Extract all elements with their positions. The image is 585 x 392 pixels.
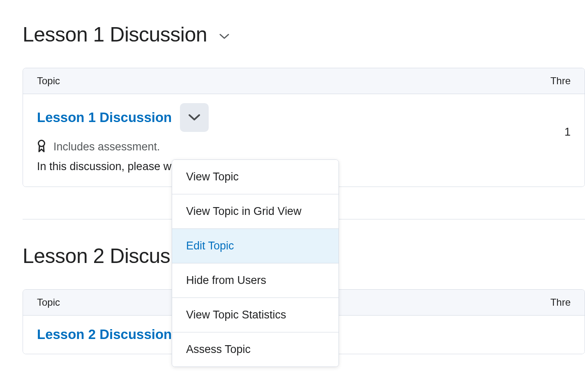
- topic-dropdown-menu: View Topic View Topic in Grid View Edit …: [172, 159, 339, 367]
- menu-item-view-topic[interactable]: View Topic: [172, 160, 339, 194]
- menu-item-hide-users[interactable]: Hide from Users: [172, 263, 339, 298]
- topic-link-row: Lesson 1 Discussion: [37, 103, 564, 132]
- menu-item-view-statistics[interactable]: View Topic Statistics: [172, 298, 339, 332]
- ribbon-icon: [37, 139, 46, 154]
- topic-link-1[interactable]: Lesson 1 Discussion: [37, 110, 172, 125]
- topic-link-2[interactable]: Lesson 2 Discussion: [37, 327, 172, 342]
- chevron-down-icon: [188, 114, 200, 121]
- menu-item-edit-topic[interactable]: Edit Topic: [172, 229, 339, 263]
- assessment-row: Includes assessment.: [37, 139, 564, 154]
- section-title-2: Lesson 2 Discus: [23, 244, 170, 268]
- menu-item-assess-topic[interactable]: Assess Topic: [172, 332, 339, 367]
- section-header-1: Lesson 1 Discussion: [23, 23, 585, 46]
- chevron-down-icon[interactable]: [219, 34, 229, 39]
- section-title-1: Lesson 1 Discussion: [23, 23, 207, 46]
- svg-point-0: [39, 141, 45, 147]
- col-header-topic: Topic: [37, 75, 550, 87]
- topic-dropdown-button[interactable]: [180, 103, 209, 132]
- assessment-label: Includes assessment.: [53, 141, 160, 153]
- table-header: Topic Thre: [23, 68, 585, 94]
- menu-item-view-grid[interactable]: View Topic in Grid View: [172, 194, 339, 229]
- col-header-threads: Thre: [550, 75, 571, 87]
- col-header-threads-2: Thre: [550, 297, 571, 308]
- threads-count: 1: [564, 126, 571, 138]
